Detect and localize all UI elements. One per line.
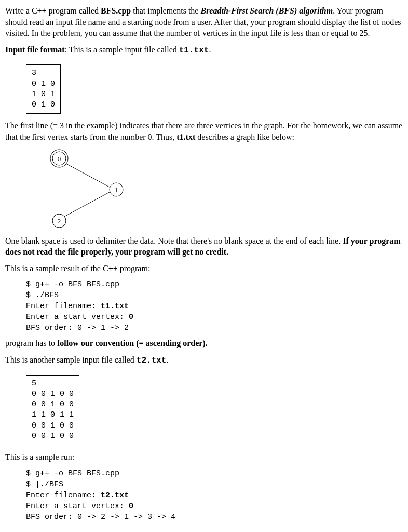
term-output: BFS order: 0 -> 2 -> 1 -> 3 -> 4 — [26, 513, 175, 522]
text: This is another sample input file called — [5, 355, 137, 364]
term-user-input: 0 — [129, 502, 133, 511]
paragraph-convention: program has to follow our convention (= … — [5, 338, 403, 349]
text: One blank space is used to delimiter the… — [5, 236, 343, 245]
term-user-input: t2.txt — [101, 491, 129, 500]
paragraph-input-format: Input file format: This is a sample inpu… — [5, 44, 403, 57]
term-cmd: ./BFS — [35, 291, 59, 300]
paragraph-intro: Write a C++ program called BFS.cpp that … — [5, 5, 403, 39]
term-user-input: t1.txt — [101, 302, 129, 311]
text: . — [166, 355, 168, 364]
program-name: BFS.cpp — [101, 6, 131, 15]
term-prompt-text: Enter a start vertex: — [26, 313, 129, 322]
text: . — [209, 45, 211, 54]
graph-node-1: 1 — [115, 186, 118, 194]
terminal-output-2: $ g++ -o BFS BFS.cpp $ |./BFS Enter file… — [26, 468, 403, 523]
convention-text: follow our convention (= ascending order… — [57, 339, 208, 348]
graph-node-0: 0 — [58, 155, 61, 163]
term-line: $ g++ -o BFS BFS.cpp — [26, 469, 119, 478]
svg-line-1 — [62, 190, 114, 218]
term-output: BFS order: 0 -> 1 -> 2 — [26, 324, 129, 332]
text: program has to — [5, 339, 57, 348]
terminal-output-1: $ g++ -o BFS BFS.cpp $ ./BFS Enter filen… — [26, 279, 403, 334]
paragraph-first-line: The first line (= 3 in the example) indi… — [5, 120, 403, 142]
text: describes a graph like below: — [195, 132, 294, 141]
label: Input file format — [5, 45, 65, 54]
input-file-box-1: 3 0 1 0 1 0 1 0 1 0 — [26, 64, 61, 114]
svg-line-0 — [62, 162, 114, 190]
paragraph-sample-result: This is a sample result of the C++ progr… — [5, 263, 403, 274]
paragraph-sample-run: This is a sample run: — [5, 451, 403, 463]
term-prompt: $ — [26, 291, 35, 300]
graph-node-2: 2 — [58, 217, 61, 225]
input-file-box-2: 5 0 0 1 0 0 0 0 1 0 0 1 1 0 1 1 0 0 1 0 … — [26, 375, 79, 446]
term-user-input: 0 — [129, 313, 133, 322]
paragraph-another-sample: This is another sample input file called… — [5, 354, 403, 367]
graph-diagram: 0 1 2 — [47, 148, 135, 231]
filename: t1.txt — [179, 46, 209, 55]
filename: t1.txt — [176, 132, 195, 141]
algorithm-name: Breadth-First Search (BFS) algorithm — [200, 6, 333, 15]
text: : This is a sample input file called — [65, 45, 179, 54]
paragraph-delimiter: One blank space is used to delimiter the… — [5, 235, 403, 258]
text: that implements the — [131, 6, 200, 15]
term-prompt-text: Enter a start vertex: — [26, 502, 129, 511]
term-prompt-text: Enter filename: — [26, 302, 101, 311]
term-line: $ |./BFS — [26, 480, 63, 489]
filename: t2.txt — [137, 356, 167, 365]
text: Write a C++ program called — [5, 6, 101, 15]
term-line: $ g++ -o BFS BFS.cpp — [26, 280, 119, 289]
term-prompt-text: Enter filename: — [26, 491, 101, 500]
